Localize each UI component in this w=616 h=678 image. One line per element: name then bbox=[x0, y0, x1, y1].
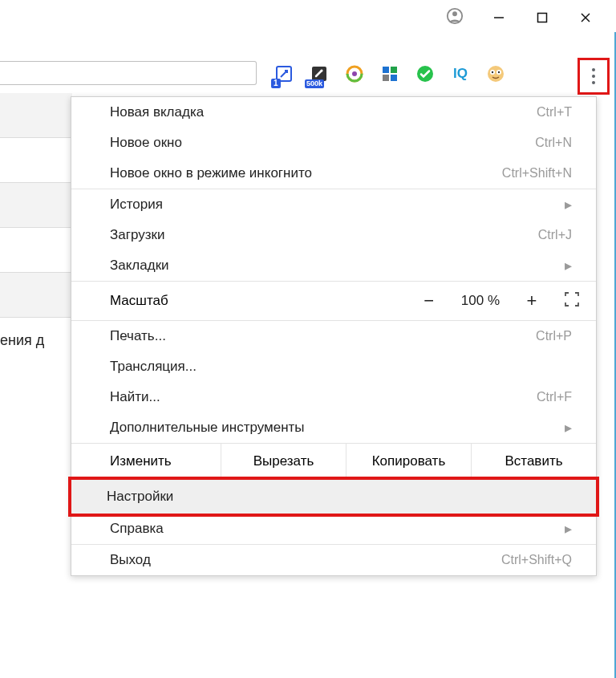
menu-item-help[interactable]: Справка ▸ bbox=[71, 514, 596, 544]
user-circle-icon[interactable] bbox=[446, 7, 464, 28]
menu-item-history[interactable]: История ▸ bbox=[71, 189, 596, 220]
menu-item-exit[interactable]: Выход Ctrl+Shift+Q bbox=[71, 545, 596, 575]
menu-item-new-tab[interactable]: Новая вкладка Ctrl+T bbox=[71, 97, 596, 128]
menu-item-edit-row: Изменить Вырезать Копировать Вставить bbox=[71, 444, 596, 479]
extension-icons: 1 500k IQ bbox=[273, 58, 507, 90]
browser-menu: Новая вкладка Ctrl+T Новое окно Ctrl+N Н… bbox=[71, 96, 597, 576]
copy-button[interactable]: Копировать bbox=[346, 444, 471, 479]
extension-icon-4[interactable] bbox=[379, 63, 401, 85]
svg-rect-12 bbox=[383, 67, 389, 73]
browser-toolbar: 1 500k IQ bbox=[0, 58, 616, 90]
chevron-right-icon: ▸ bbox=[565, 419, 572, 436]
page-left-strip: ения д bbox=[0, 93, 72, 363]
svg-point-21 bbox=[498, 71, 500, 73]
svg-point-1 bbox=[452, 11, 457, 16]
zoom-in-button[interactable]: + bbox=[522, 290, 541, 311]
extension-badge-2: 500k bbox=[305, 79, 324, 88]
menu-item-settings[interactable]: Настройки bbox=[68, 477, 599, 517]
chevron-right-icon: ▸ bbox=[565, 257, 572, 274]
menu-item-bookmarks[interactable]: Закладки ▸ bbox=[71, 250, 596, 281]
svg-point-20 bbox=[492, 71, 493, 73]
svg-rect-15 bbox=[391, 75, 397, 81]
extension-badge-1: 1 bbox=[271, 79, 281, 88]
chevron-right-icon: ▸ bbox=[565, 520, 572, 538]
extension-icon-5[interactable] bbox=[414, 63, 436, 85]
edit-label: Изменить bbox=[71, 444, 221, 479]
fullscreen-icon[interactable] bbox=[564, 291, 580, 311]
minimize-button[interactable] bbox=[491, 10, 507, 26]
chevron-right-icon: ▸ bbox=[565, 196, 572, 213]
close-button[interactable] bbox=[578, 10, 594, 26]
menu-item-incognito[interactable]: Новое окно в режиме инкогнито Ctrl+Shift… bbox=[71, 158, 596, 189]
extension-icon-7[interactable] bbox=[484, 63, 507, 85]
svg-rect-14 bbox=[383, 75, 389, 81]
extension-icon-1[interactable]: 1 bbox=[273, 63, 295, 85]
menu-item-print[interactable]: Печать... Ctrl+P bbox=[71, 321, 596, 351]
extension-icon-iq[interactable]: IQ bbox=[449, 63, 472, 85]
menu-button-highlight bbox=[578, 58, 610, 95]
menu-item-find[interactable]: Найти... Ctrl+F bbox=[71, 382, 596, 412]
kebab-icon bbox=[592, 67, 595, 86]
menu-item-zoom: Масштаб − 100 % + bbox=[71, 282, 596, 320]
menu-item-new-window[interactable]: Новое окно Ctrl+N bbox=[71, 128, 596, 158]
menu-item-more-tools[interactable]: Дополнительные инструменты ▸ bbox=[71, 412, 596, 443]
extension-icon-3[interactable] bbox=[343, 63, 366, 85]
paste-button[interactable]: Вставить bbox=[471, 444, 596, 479]
zoom-level: 100 % bbox=[461, 293, 500, 309]
svg-rect-3 bbox=[538, 14, 547, 22]
svg-rect-13 bbox=[391, 67, 397, 73]
svg-point-8 bbox=[321, 70, 323, 72]
svg-point-11 bbox=[352, 71, 357, 76]
svg-point-17 bbox=[488, 66, 504, 82]
extension-icon-2[interactable]: 500k bbox=[308, 63, 330, 85]
maximize-button[interactable] bbox=[534, 10, 550, 26]
menu-button[interactable] bbox=[580, 60, 607, 92]
menu-item-downloads[interactable]: Загрузки Ctrl+J bbox=[71, 220, 596, 250]
menu-item-cast[interactable]: Трансляция... bbox=[71, 351, 596, 382]
address-bar[interactable] bbox=[0, 61, 257, 85]
zoom-out-button[interactable]: − bbox=[419, 290, 439, 311]
window-titlebar bbox=[0, 0, 616, 35]
cut-button[interactable]: Вырезать bbox=[221, 444, 346, 479]
